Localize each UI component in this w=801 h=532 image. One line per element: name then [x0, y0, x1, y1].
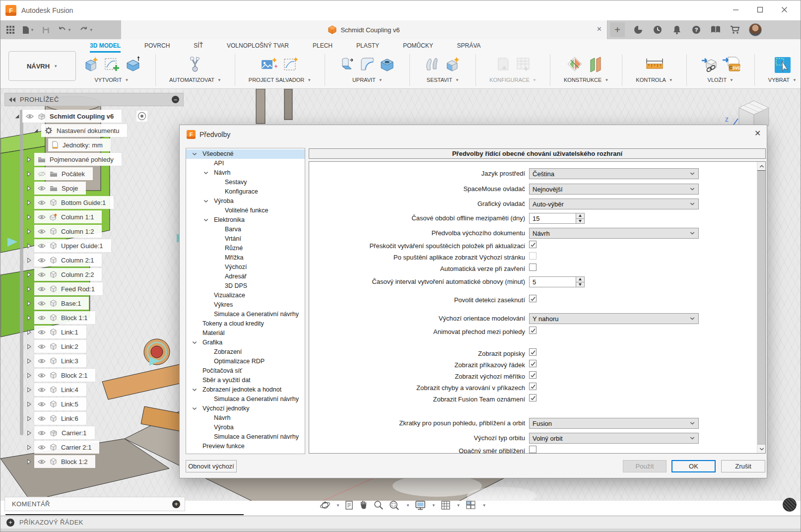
expander-collapsed-icon[interactable] — [26, 214, 32, 220]
pref-tree-item[interactable]: Simulace a Generativní návrhy — [186, 395, 305, 404]
pref-tree-item[interactable]: Simulace a Generativní návrhy — [186, 310, 305, 319]
tree-label[interactable]: Link:1 — [61, 329, 78, 336]
pref-tree-item[interactable]: Tokeny a cloud kredity — [186, 319, 305, 329]
tree-label[interactable]: Link:6 — [61, 415, 78, 422]
pan-hand-icon[interactable] — [359, 500, 369, 511]
tree-label[interactable]: Column 2:1 — [61, 257, 94, 264]
document-tab-close-icon[interactable]: ✕ — [597, 25, 602, 33]
collapse-panel-icon[interactable] — [9, 97, 16, 102]
zoom-icon[interactable] — [373, 500, 384, 511]
pref-tree-item[interactable]: 3D DPS — [186, 281, 305, 291]
hang-detection-checkbox[interactable] — [529, 295, 536, 302]
tree-row-doc-settings[interactable]: Nastavení dokumentu — [33, 124, 127, 137]
expander-collapsed-icon[interactable] — [26, 416, 32, 421]
tree-row-component[interactable]: Base:1 — [26, 297, 89, 310]
tree-row-component[interactable]: Column 1:1 — [26, 210, 102, 223]
eye-icon[interactable] — [38, 445, 46, 450]
pref-tree-item[interactable]: Optimalizace RDP — [186, 357, 305, 366]
hole-icon[interactable] — [378, 55, 396, 76]
eye-icon[interactable] — [38, 200, 46, 205]
image-generate-icon[interactable] — [260, 55, 279, 76]
pref-tree-item[interactable]: Výroba — [186, 423, 305, 432]
chevron-down-icon[interactable] — [192, 341, 197, 344]
pref-tree-item[interactable]: Zobrazení jednotek a hodnot — [186, 385, 305, 395]
chevron-down-icon[interactable] — [203, 218, 208, 222]
group-label-project-salvador[interactable]: PROJECT SALVADOR▼ — [249, 77, 311, 83]
expander-collapsed-icon[interactable] — [26, 301, 32, 306]
tree-label[interactable]: Feed Rod:1 — [61, 285, 95, 293]
tree-label[interactable]: Schmidt Coupling v6 — [50, 113, 114, 120]
group-label-konstrukce[interactable]: KONSTRUKCE▼ — [564, 77, 608, 83]
configure-document-icon[interactable] — [494, 55, 512, 76]
show-default-scale-checkbox[interactable] — [529, 371, 536, 379]
expander-collapsed-icon[interactable] — [26, 330, 32, 335]
tree-row-component[interactable]: Link:4 — [26, 383, 86, 396]
tree-row-component[interactable]: Bottom Guide:1 — [26, 196, 114, 209]
tab-sit[interactable]: SÍŤ — [194, 42, 203, 53]
comment-panel[interactable]: KOMENTÁŘ + — [4, 497, 185, 511]
spin-up-icon[interactable] — [576, 277, 584, 282]
tree-row-component[interactable]: Column 1:2 — [26, 225, 102, 238]
reverse-zoom-checkbox[interactable] — [529, 446, 536, 453]
animate-transitions-checkbox[interactable] — [529, 327, 536, 334]
create-sketch-icon[interactable] — [102, 55, 121, 76]
pref-tree-item[interactable]: Počítačová síť — [186, 366, 305, 376]
pref-tree-item[interactable]: Preview funkce — [186, 442, 305, 451]
tree-label[interactable]: Carrier:1 — [62, 429, 87, 437]
insert-svg-icon[interactable]: SVG — [721, 55, 741, 76]
team-notifications-checkbox[interactable] — [529, 394, 536, 401]
redo-icon[interactable]: ▼ — [79, 26, 93, 33]
show-tooltips-checkbox[interactable] — [529, 348, 536, 356]
expander-collapsed-icon[interactable] — [26, 401, 32, 407]
learning-book-icon[interactable] — [710, 24, 721, 35]
tree-label[interactable]: Carrier 2:1 — [61, 444, 91, 451]
eye-icon[interactable] — [38, 373, 46, 378]
document-tab[interactable]: Schmidt Coupling v6 ✕ — [121, 20, 607, 39]
tab-pomucky[interactable]: POMŮCKY — [403, 42, 433, 53]
close-button[interactable] — [781, 6, 788, 15]
pref-tree-item[interactable]: Adresář — [186, 272, 305, 281]
expander-open-icon[interactable] — [33, 128, 39, 133]
group-label-konfigurace[interactable]: KONFIGURACE▼ — [489, 77, 536, 83]
expander-open-icon[interactable] — [14, 114, 20, 119]
workspace-selector-button[interactable]: NÁVRH▼ — [8, 51, 76, 81]
measure-icon[interactable] — [644, 55, 666, 76]
pref-tree-item[interactable]: Elektronika — [186, 215, 305, 225]
pref-tree-item[interactable]: Sestavy — [186, 178, 305, 187]
tab-volnoplosny-tvar[interactable]: VOLNOPLOŠNÝ TVAR — [227, 42, 289, 53]
expander-collapsed-icon[interactable] — [26, 243, 32, 249]
eye-icon[interactable] — [38, 272, 46, 277]
eye-icon[interactable] — [38, 229, 46, 234]
tree-label[interactable]: Column 1:2 — [61, 228, 94, 235]
tree-row-units[interactable]: Jednotky: mm — [48, 138, 111, 151]
group-label-sestavit[interactable]: SESTAVIT▼ — [427, 77, 459, 83]
spin-down-icon[interactable] — [576, 219, 584, 224]
tree-row-component[interactable]: Column 2:2 — [26, 268, 102, 281]
show-home-page-checkbox[interactable] — [529, 252, 536, 260]
zoom-window-dropdown-icon[interactable]: ▼ — [406, 503, 410, 508]
save-icon[interactable] — [42, 26, 50, 34]
add-comment-icon[interactable]: + — [172, 500, 180, 508]
browser-scrollbar[interactable] — [20, 110, 23, 435]
tree-row-component[interactable]: Feed Rod:1 — [26, 282, 103, 295]
tree-label[interactable]: Link:5 — [61, 400, 78, 408]
undo-icon[interactable]: ▼ — [58, 26, 71, 33]
expander-collapsed-icon[interactable] — [26, 171, 32, 177]
expander-collapsed-icon[interactable] — [26, 445, 32, 450]
app-grid-icon[interactable] — [6, 26, 14, 34]
pref-tree-item[interactable]: Volitelné funkce — [186, 206, 305, 215]
expander-collapsed-icon[interactable] — [26, 200, 32, 205]
help-icon[interactable]: ? — [691, 24, 702, 35]
tree-label[interactable]: Column 1:1 — [61, 213, 94, 221]
group-label-vybrat[interactable]: VYBRAT▼ — [768, 77, 797, 83]
graphics-driver-select[interactable]: Auto-výběr — [529, 199, 699, 209]
ok-button[interactable]: OK — [671, 460, 716, 472]
extensions-icon[interactable] — [633, 24, 644, 35]
tree-label[interactable]: Column 2:2 — [61, 271, 94, 278]
tree-row-named-views[interactable]: Pojmenované pohledy — [26, 153, 122, 166]
tree-label[interactable]: Link:4 — [61, 386, 78, 394]
chevron-down-icon[interactable] — [203, 171, 208, 175]
construct-plane-icon[interactable] — [566, 55, 585, 76]
tree-row-joints[interactable]: Spoje — [26, 182, 86, 195]
user-avatar[interactable] — [749, 23, 762, 36]
